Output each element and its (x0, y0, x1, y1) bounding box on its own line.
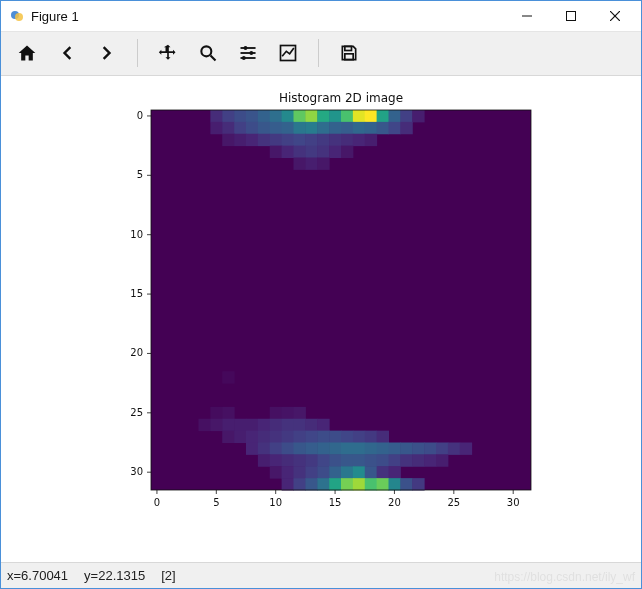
plot-area[interactable]: Histogram 2D image 051015202530 05101520… (1, 76, 641, 562)
svg-text:5: 5 (137, 169, 143, 180)
svg-rect-138 (400, 454, 412, 466)
svg-rect-92 (317, 419, 329, 431)
svg-rect-34 (400, 110, 412, 122)
back-icon (57, 43, 77, 63)
svg-rect-38 (234, 122, 246, 134)
svg-rect-18 (210, 110, 222, 122)
svg-rect-99 (294, 430, 306, 442)
svg-rect-44 (305, 122, 317, 134)
svg-rect-156 (317, 478, 329, 490)
window-title: Figure 1 (31, 9, 79, 24)
svg-rect-43 (294, 122, 306, 134)
svg-rect-160 (365, 478, 377, 490)
svg-rect-26 (305, 110, 317, 122)
svg-rect-157 (329, 478, 341, 490)
svg-rect-124 (448, 442, 460, 454)
svg-rect-88 (270, 419, 282, 431)
svg-rect-33 (389, 110, 401, 122)
svg-rect-20 (234, 110, 246, 122)
svg-text:10: 10 (130, 228, 143, 239)
zoom-icon (198, 43, 218, 63)
svg-rect-40 (258, 122, 270, 134)
forward-icon (97, 43, 117, 63)
svg-rect-32 (377, 110, 389, 122)
svg-text:25: 25 (447, 497, 460, 508)
back-button[interactable] (49, 36, 85, 70)
svg-point-13 (242, 56, 246, 60)
svg-rect-73 (294, 157, 306, 169)
svg-rect-125 (460, 442, 472, 454)
figure-window: Figure 1 (0, 0, 642, 589)
svg-rect-152 (389, 466, 401, 478)
svg-rect-109 (270, 442, 282, 454)
svg-rect-46 (329, 122, 341, 134)
svg-rect-140 (424, 454, 436, 466)
svg-rect-139 (412, 454, 424, 466)
svg-point-9 (244, 46, 248, 50)
pan-button[interactable] (150, 36, 186, 70)
svg-rect-145 (305, 466, 317, 478)
svg-point-11 (249, 51, 253, 55)
subplots-button[interactable] (230, 36, 266, 70)
plot-title: Histogram 2D image (279, 91, 403, 105)
svg-rect-48 (353, 122, 365, 134)
svg-rect-113 (317, 442, 329, 454)
svg-rect-15 (345, 47, 352, 51)
close-button[interactable] (593, 1, 637, 31)
svg-rect-69 (305, 145, 317, 157)
svg-rect-120 (400, 442, 412, 454)
svg-rect-144 (294, 466, 306, 478)
forward-button[interactable] (89, 36, 125, 70)
svg-rect-110 (282, 442, 294, 454)
svg-rect-71 (329, 145, 341, 157)
svg-text:20: 20 (388, 497, 401, 508)
svg-text:20: 20 (130, 347, 143, 358)
svg-rect-131 (317, 454, 329, 466)
svg-rect-55 (246, 134, 258, 146)
svg-text:30: 30 (507, 497, 520, 508)
svg-rect-94 (234, 430, 246, 442)
svg-rect-114 (329, 442, 341, 454)
home-button[interactable] (9, 36, 45, 70)
svg-rect-61 (317, 134, 329, 146)
svg-rect-97 (270, 430, 282, 442)
svg-rect-24 (282, 110, 294, 122)
svg-rect-25 (294, 110, 306, 122)
svg-rect-148 (341, 466, 353, 478)
svg-rect-137 (389, 454, 401, 466)
svg-rect-74 (305, 157, 317, 169)
svg-rect-111 (294, 442, 306, 454)
svg-rect-82 (199, 419, 211, 431)
svg-rect-128 (282, 454, 294, 466)
minimize-button[interactable] (505, 1, 549, 31)
svg-rect-39 (246, 122, 258, 134)
svg-rect-91 (305, 419, 317, 431)
svg-rect-104 (353, 430, 365, 442)
svg-rect-45 (317, 122, 329, 134)
app-icon (9, 8, 25, 24)
svg-rect-161 (377, 478, 389, 490)
maximize-button[interactable] (549, 1, 593, 31)
svg-rect-153 (282, 478, 294, 490)
svg-rect-98 (282, 430, 294, 442)
zoom-button[interactable] (190, 36, 226, 70)
svg-rect-81 (294, 407, 306, 419)
axes-button[interactable] (270, 36, 306, 70)
svg-rect-115 (341, 442, 353, 454)
svg-rect-87 (258, 419, 270, 431)
svg-rect-51 (389, 122, 401, 134)
svg-rect-107 (246, 442, 258, 454)
svg-rect-31 (365, 110, 377, 122)
svg-rect-151 (377, 466, 389, 478)
svg-rect-112 (305, 442, 317, 454)
svg-text:30: 30 (130, 466, 143, 477)
svg-text:15: 15 (329, 497, 342, 508)
svg-rect-101 (317, 430, 329, 442)
svg-rect-126 (258, 454, 270, 466)
svg-rect-19 (222, 110, 234, 122)
svg-rect-142 (270, 466, 282, 478)
svg-rect-149 (353, 466, 365, 478)
toolbar-sep (137, 39, 138, 67)
svg-rect-162 (389, 478, 401, 490)
save-button[interactable] (331, 36, 367, 70)
